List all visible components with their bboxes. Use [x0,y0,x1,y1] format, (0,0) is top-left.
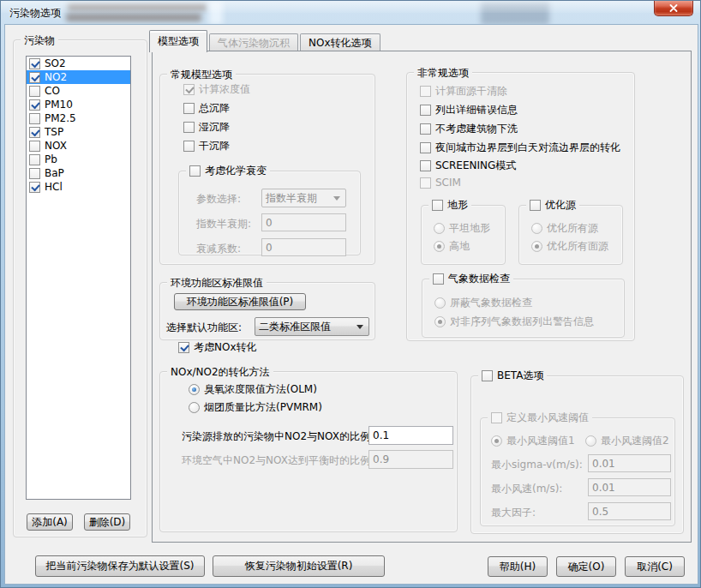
pollutant-row[interactable]: PM2.5 [27,111,130,125]
pollutant-row[interactable]: CO [27,84,130,98]
standard-limits-button[interactable]: 环境功能区标准限值(P) [174,293,306,310]
pvmrm-radio[interactable] [189,402,200,413]
pollutant-row[interactable]: PM10 [27,98,130,111]
elevated-terrain-radio [434,241,445,252]
terrain-label: 地形 [447,198,468,213]
regular-options-group: 常规模型选项 计算浓度值 总沉降 湿沉降 干沉降 考虑化学衰变 参数选择: 指数… [159,74,375,265]
pollutant-row[interactable]: TSP [27,125,130,139]
nonregular-option-label: 夜间城市边界层到白天对流边界层的转化 [435,141,620,155]
pollutant-label: NO2 [45,71,67,83]
tab-gas-deposition[interactable]: 气体污染物沉积 [209,33,298,51]
pollutant-row[interactable]: NO2 [27,70,130,84]
min-wind-title: 定义最小风速阈值 [488,411,592,425]
delete-button[interactable]: 删除(D) [84,513,130,531]
dry-deposition-checkbox[interactable] [183,141,195,152]
beta-options-checkbox[interactable] [482,370,493,381]
glass-reflection [66,14,201,21]
pollutant-row[interactable]: Pb [27,153,130,166]
optimize-source-label: 优化源 [545,198,576,213]
help-button[interactable]: 帮助(H) [488,556,548,577]
min-wind-option2-label: 最小风速阈值2 [601,434,669,448]
met-check-warn-label: 对非序列气象数据列出警告信息 [450,315,594,329]
pollutant-checkbox[interactable] [29,154,40,165]
total-deposition-checkbox[interactable] [183,103,195,114]
pollutant-list[interactable]: SO2NO2COPM10PM2.5TSPNOXPbBaPHCl [26,56,131,500]
nonregular-option-row: 不考虑建筑物下洗 [420,122,518,136]
pollutant-checkbox[interactable] [29,182,40,193]
pollutant-checkbox[interactable] [29,113,40,124]
nonregular-option-checkbox[interactable] [420,105,431,116]
chemical-decay-checkbox[interactable] [189,165,201,177]
save-as-default-button[interactable]: 把当前污染物保存为默认设置(S) [35,555,205,577]
pollutant-label: TSP [45,126,63,138]
min-wind-group: 定义最小风速阈值 最小风速阈值1 最小风速阈值2 最小sigma-v(m/s):… [480,417,675,526]
elevated-terrain-label: 高地 [449,239,470,254]
min-sigma-field: 0.01 [588,454,671,472]
flat-terrain-radio [434,223,445,234]
close-button[interactable] [654,1,693,16]
regular-options-title: 常规模型选项 [167,68,236,82]
terrain-checkbox[interactable] [432,200,443,211]
restore-initial-button[interactable]: 恢复污染物初始设置(R) [213,555,385,577]
title-bar: 污染物选项 [1,1,701,25]
min-wind-checkbox [491,412,502,423]
pollutant-row[interactable]: HCl [27,180,130,194]
add-button[interactable]: 添加(A) [27,513,73,531]
pollutant-row[interactable]: BaP [27,166,130,180]
ratio-source-label: 污染源排放的污染物中NO2与NOX的比例: [182,429,374,444]
pollutant-label: NOX [45,140,67,152]
nonregular-options-group: 非常规选项 计算面源干清除列出详细错误信息不考虑建筑物下洗夜间城市边界层到白天对… [406,72,635,341]
pollutant-checkbox[interactable] [29,58,40,69]
optimize-all-sources-radio [531,223,542,234]
nonregular-option-row: 夜间城市边界层到白天对流边界层的转化 [420,141,620,155]
pollutant-checkbox[interactable] [29,86,40,97]
optimize-source-checkbox[interactable] [530,200,541,211]
pollutant-checkbox[interactable] [29,168,40,179]
nonregular-option-label: SCIM [435,177,461,189]
nonregular-option-checkbox[interactable] [420,142,431,153]
default-zone-value: 二类标准区限值 [259,320,331,334]
met-check-warn-radio [434,316,446,327]
pollutant-label: BaP [45,167,64,179]
chemical-decay-title: 考虑化学衰变 [186,164,270,178]
min-speed-label: 最小风速(m/s): [491,482,562,496]
default-zone-combobox[interactable]: 二类标准区限值 [255,317,369,336]
ratio-ambient-label: 环境空气中NO2与NOX达到平衡时的比例: [182,453,374,468]
decay-coef-field: 0 [261,238,346,256]
half-life-field: 0 [261,213,346,231]
cancel-button[interactable]: 取消(C) [625,556,685,577]
nonregular-option-row: SCIM [420,177,461,189]
ok-button[interactable]: 确定(O) [556,556,616,577]
met-check-checkbox[interactable] [433,273,444,285]
wet-deposition-label: 湿沉降 [199,120,230,135]
tab-page-content: 常规模型选项 计算浓度值 总沉降 湿沉降 干沉降 考虑化学衰变 参数选择: 指数… [152,51,692,543]
nox-conversion-label: 考虑NOx转化 [194,340,257,355]
nonregular-option-checkbox[interactable] [420,160,431,171]
decay-coef-label: 衰减系数: [196,242,241,256]
beta-options-title: BETA选项 [478,369,547,383]
pollutant-checkbox[interactable] [29,99,40,111]
pollutant-checkbox[interactable] [29,72,40,83]
pollutant-checkbox[interactable] [29,141,40,152]
optimize-source-group: 优化源 优化所有源 优化所有面源 [518,205,623,265]
pollutant-row[interactable]: SO2 [27,57,130,70]
nox-conversion-checkbox[interactable] [178,342,189,353]
tab-model-options[interactable]: 模型选项 [149,30,207,52]
pollutant-checkbox[interactable] [29,127,40,138]
tab-strip: 模型选项 气体污染物沉积 NOx转化选项 [149,29,382,51]
optimize-all-area-sources-radio [531,241,542,252]
pollutant-row[interactable]: NOX [27,139,130,153]
dropdown-arrow-icon [333,196,340,201]
tab-nox-conversion[interactable]: NOx转化选项 [300,33,380,51]
nonregular-option-checkbox[interactable] [420,123,431,135]
wet-deposition-checkbox[interactable] [183,122,195,133]
ratio-source-field[interactable]: 0.1 [368,426,453,445]
olm-radio[interactable] [189,384,200,395]
default-zone-label: 选择默认功能区: [166,321,242,335]
nonregular-option-checkbox [420,177,431,189]
optimize-all-area-sources-label: 优化所有面源 [547,239,608,254]
dropdown-arrow-icon [356,325,363,329]
pollutants-group-title: 污染物 [21,33,58,48]
calc-concentration-label: 计算浓度值 [199,82,250,97]
window-title: 污染物选项 [9,6,61,21]
